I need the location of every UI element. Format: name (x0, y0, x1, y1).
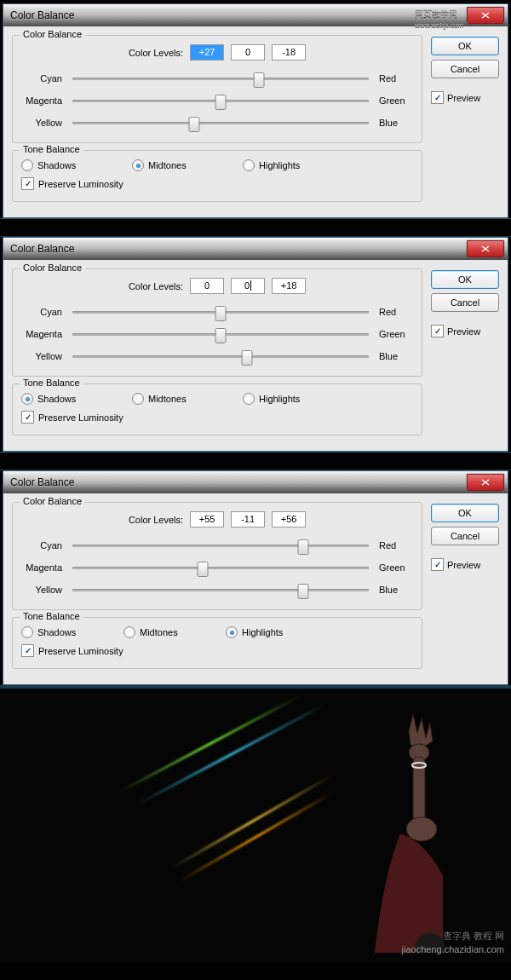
level-input-2[interactable]: 0 (231, 44, 265, 61)
cancel-button[interactable]: Cancel (431, 527, 499, 545)
slider-track[interactable] (72, 545, 369, 547)
radio-icon (226, 626, 238, 638)
slider-label-right: Blue (379, 118, 413, 128)
slider-track[interactable] (72, 355, 369, 358)
slider-track[interactable] (72, 333, 369, 336)
close-icon (481, 12, 490, 19)
tone-shadows[interactable]: Shadows (21, 393, 132, 405)
radio-icon (21, 626, 33, 638)
slider-thumb[interactable] (188, 117, 199, 132)
slider-track[interactable] (72, 567, 369, 569)
group-legend: Color Balance (20, 496, 85, 506)
level-input-2[interactable]: 0 (231, 278, 265, 294)
slider-thumb[interactable] (215, 306, 227, 321)
radio-icon (132, 393, 144, 405)
tone-highlights[interactable]: Highlights (243, 393, 353, 405)
slider-track[interactable] (72, 100, 369, 102)
slider-thumb[interactable] (298, 584, 309, 599)
checkbox-icon: ✓ (21, 644, 34, 657)
level-input-1[interactable]: +55 (190, 511, 224, 527)
titlebar[interactable]: Color Balance (3, 238, 508, 260)
radio-icon (21, 393, 33, 405)
slider-label-right: Red (379, 307, 413, 317)
preview-toggle[interactable]: ✓Preview (431, 325, 499, 337)
tone-shadows[interactable]: Shadows (21, 626, 123, 638)
slider-thumb[interactable] (298, 539, 309, 555)
level-input-1[interactable]: 0 (190, 278, 224, 294)
close-button[interactable] (467, 7, 504, 24)
group-legend: Tone Balance (20, 611, 83, 621)
slider-thumb[interactable] (198, 562, 209, 577)
close-icon (481, 245, 490, 252)
cancel-button[interactable]: Cancel (431, 60, 499, 78)
tone-highlights[interactable]: Highlights (226, 626, 328, 638)
titlebar[interactable]: Color Balance (3, 471, 508, 493)
slider-label-left: Yellow (21, 585, 62, 595)
slider-thumb[interactable] (215, 328, 227, 343)
slider-thumb[interactable] (254, 72, 265, 88)
slider-track[interactable] (72, 78, 369, 80)
ok-button[interactable]: OK (431, 270, 499, 289)
tone-highlights[interactable]: Highlights (243, 159, 353, 171)
watermark-line2: jiaocheng.chazidian.com (402, 944, 504, 954)
preserve-luminosity[interactable]: ✓Preserve Luminosity (21, 408, 413, 426)
tone-balance-group: Tone Balance Shadows Midtones Highlights… (12, 383, 422, 435)
color-balance-dialog-1: Color Balance 网页教学网 www.webjx.com Color … (3, 3, 508, 218)
level-input-1[interactable]: +27 (190, 44, 224, 61)
slider-label-right: Green (379, 329, 413, 339)
color-balance-dialog-3: Color Balance Color Balance Color Levels… (3, 470, 508, 685)
slider-label-right: Blue (379, 585, 413, 595)
group-legend: Color Balance (20, 262, 85, 273)
tone-midtones[interactable]: Midtones (123, 626, 226, 638)
color-levels-label: Color Levels: (129, 515, 183, 525)
group-legend: Tone Balance (20, 144, 83, 154)
tone-balance-group: Tone Balance Shadows Midtones Highlights… (12, 617, 422, 669)
slider-thumb[interactable] (242, 350, 253, 366)
color-balance-group: Color Balance Color Levels: 0 0 +18 Cyan… (12, 268, 422, 377)
slider-label-left: Magenta (21, 329, 62, 339)
slider-label-left: Yellow (21, 351, 62, 361)
tone-balance-group: Tone Balance Shadows Midtones Highlights… (12, 150, 422, 202)
slider-label-right: Blue (379, 351, 413, 361)
dialog-title: Color Balance (10, 9, 74, 21)
ok-button[interactable]: OK (431, 37, 499, 55)
slider-label-right: Red (379, 73, 413, 84)
svg-point-2 (406, 817, 437, 841)
slider-track[interactable] (72, 122, 369, 124)
tone-shadows[interactable]: Shadows (21, 159, 132, 171)
dialog-title: Color Balance (10, 243, 74, 255)
slider-label-left: Magenta (21, 562, 62, 573)
tone-midtones[interactable]: Midtones (132, 393, 243, 405)
cancel-button[interactable]: Cancel (431, 293, 499, 312)
slider-track[interactable] (72, 311, 369, 314)
watermark-text: 网页教学网 www.webjx.com (415, 8, 463, 29)
level-input-3[interactable]: +56 (272, 511, 306, 527)
color-levels-label: Color Levels: (129, 48, 183, 58)
level-input-2[interactable]: -11 (231, 511, 265, 527)
ok-button[interactable]: OK (431, 504, 499, 522)
preview-toggle[interactable]: ✓Preview (431, 91, 499, 104)
checkbox-icon: ✓ (21, 177, 34, 190)
slider-label-left: Yellow (21, 118, 62, 128)
preserve-luminosity[interactable]: ✓Preserve Luminosity (21, 175, 413, 193)
level-input-3[interactable]: -18 (272, 44, 306, 61)
tone-midtones[interactable]: Midtones (132, 159, 243, 171)
level-input-3[interactable]: +18 (272, 278, 306, 294)
slider-label-right: Green (379, 562, 413, 573)
slider-label-left: Cyan (21, 307, 62, 317)
preserve-luminosity[interactable]: ✓Preserve Luminosity (21, 642, 413, 660)
color-balance-group: Color Balance Color Levels: +55 -11 +56 … (12, 502, 422, 610)
watermark-line1: 查字典 教程 网 (443, 930, 504, 943)
hand-illustration (290, 706, 460, 953)
slider-track[interactable] (72, 589, 369, 591)
slider-thumb[interactable] (215, 95, 227, 110)
slider-label-right: Red (379, 540, 413, 551)
radio-icon (132, 159, 144, 171)
checkbox-icon: ✓ (431, 558, 444, 571)
slider-label-left: Magenta (21, 95, 62, 106)
close-button[interactable] (467, 474, 504, 491)
titlebar[interactable]: Color Balance 网页教学网 www.webjx.com (3, 4, 508, 26)
preview-toggle[interactable]: ✓Preview (431, 558, 499, 571)
close-button[interactable] (467, 240, 504, 257)
radio-icon (123, 626, 135, 638)
